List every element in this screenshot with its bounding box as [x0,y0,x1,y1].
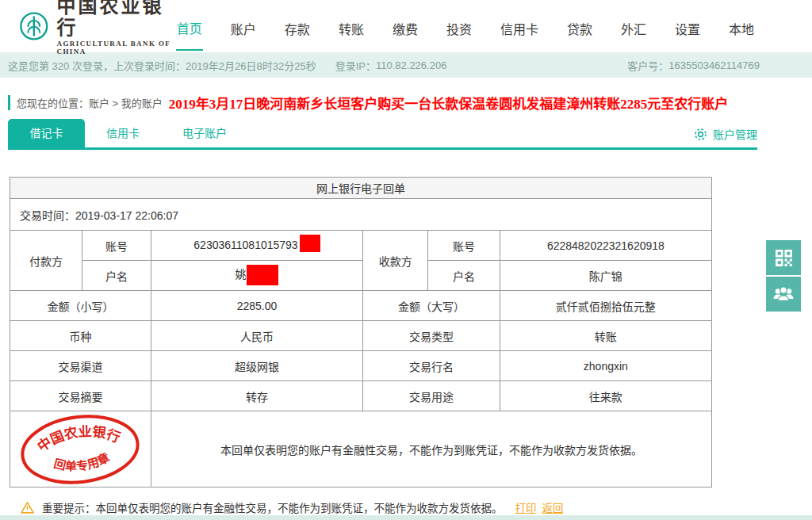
table-row: 交易摘要 转存 交易用途 往来款 [10,381,712,411]
login-ip-value: 110.82.226.206 [376,59,446,71]
payer-account-value: 62303611081015793 [193,239,297,251]
payee-account-value: 6228482022321620918 [500,231,711,261]
stamp-cell: 中国农业银行 回单专用章 [10,411,151,488]
nav-item-accounts[interactable]: 账户 [230,2,257,50]
payer-section-label: 付款方 [10,231,82,291]
nav-item-home[interactable]: 首页 [176,2,203,51]
customer-no-value: 1635503462114769 [668,59,760,71]
nav-item-investment[interactable]: 投资 [446,2,473,50]
qr-code-icon [774,248,794,268]
nav-item-forex[interactable]: 外汇 [620,2,647,50]
nav-item-transfer[interactable]: 转账 [338,2,365,50]
table-row: 交易渠道 超级网银 交易行名 zhongxin [10,351,712,381]
qr-code-button[interactable] [766,240,801,275]
svg-text:回单专用章: 回单专用章 [52,449,113,476]
account-manage-label: 账户管理 [713,126,757,142]
header: 中国农业银行 AGRICULTURAL BANK OF CHINA 首页 账户 … [0,0,812,52]
breadcrumb: 您现在的位置：账户 > 我的账户 [8,95,163,110]
amount-upper-label: 金额（大写） [363,291,500,321]
nav-item-local[interactable]: 本地 [728,2,755,50]
payee-section-label: 收款方 [363,231,428,291]
warning-triangle-icon [20,500,35,515]
customer-no-label: 客户号： [627,58,668,73]
amount-lower-value: 2285.00 [151,291,362,321]
transaction-time-cell: 交易时间：2019-03-17 22:06:07 [10,199,712,231]
page-bottom-bar [0,515,812,520]
nav-item-bill-payment[interactable]: 缴费 [392,2,419,50]
table-row: 中国农业银行 回单专用章 本回单仅表明您的账户有金融性交易，不能作为到账凭证，不… [10,411,712,488]
txn-bank-label: 交易行名 [363,351,500,381]
customer-service-icon [772,284,795,304]
receipt-table: 网上银行电子回单 交易时间：2019-03-17 22:06:07 付款方 账号… [10,177,712,488]
footer-warning-text: 重要提示：本回单仅表明您的账户有金融性交易，不能作为到账凭证，不能作为收款方发货… [42,499,503,515]
redaction-block [247,265,278,285]
payer-name-label: 户名 [82,261,151,291]
txn-channel-value: 超级网银 [151,351,362,381]
login-count-text: 这是您第 320 次登录，上次登录时间：2019年2月26日8时32分25秒 [8,58,316,73]
txn-purpose-label: 交易用途 [363,381,500,411]
payer-name-cell: 姚 [151,261,362,291]
txn-type-value: 转账 [500,321,711,351]
footer-links: 打印返回 [510,499,564,515]
side-floating-buttons [766,240,801,312]
footer-note: 重要提示：本回单仅表明您的账户有金融性交易，不能作为到账凭证，不能作为收款方发货… [20,499,812,515]
nav-item-loan[interactable]: 贷款 [566,2,593,50]
login-info-bar: 这是您第 320 次登录，上次登录时间：2019年2月26日8时32分25秒 登… [0,52,812,78]
bank-name-cn: 中国农业银行 [57,0,176,38]
txn-bank-value: zhongxin [500,351,711,381]
receipt-disclaimer: 本回单仅表明您的账户有金融性交易，不能作为到账凭证，不能作为收款方发货依据。 [151,411,711,488]
table-row: 币种 人民币 交易类型 转账 [10,321,712,351]
abc-wheat-emblem-icon [19,8,49,44]
bank-logo[interactable]: 中国农业银行 AGRICULTURAL BANK OF CHINA [19,0,176,56]
print-link[interactable]: 打印 [515,503,537,514]
tab-debit-card[interactable]: 借记卡 [8,119,85,147]
tab-credit-card[interactable]: 信用卡 [85,119,161,147]
login-ip-label: 登录IP： [335,58,376,73]
currency-value: 人民币 [151,321,362,351]
main-nav: 首页 账户 存款 转账 缴费 投资 信用卡 贷款 外汇 设置 本地 [176,0,755,52]
payer-name-value: 姚 [235,268,246,281]
txn-purpose-value: 往来款 [500,381,711,411]
back-link[interactable]: 返回 [542,503,564,514]
table-row: 户名 姚 户名 陈广锦 [10,261,712,291]
tab-e-account[interactable]: 电子账户 [161,119,248,147]
amount-lower-label: 金额（小写） [10,291,151,321]
red-annotation-text: 2019年3月17日晚河南新乡长垣客户购买一台长款保温卷圆机发福建漳州转账228… [169,93,729,113]
amount-upper-value: 贰仟贰佰捌拾伍元整 [500,291,711,321]
account-manage-link[interactable]: 账户管理 [693,126,757,147]
transaction-time-value: 2019-03-17 22:06:07 [75,209,178,222]
nav-item-deposit[interactable]: 存款 [284,2,311,50]
payer-account-cell: 62303611081015793 [151,231,362,261]
transaction-time-label: 交易时间： [20,209,75,222]
txn-summary-label: 交易摘要 [10,381,151,411]
customer-service-button[interactable] [766,277,801,312]
table-row: 金额（小写） 2285.00 金额（大写） 贰仟贰佰捌拾伍元整 [10,291,712,321]
payee-account-label: 账号 [428,231,500,261]
payee-name-value: 陈广锦 [500,261,711,291]
txn-channel-label: 交易渠道 [10,351,151,381]
payer-account-label: 账号 [82,231,151,261]
nav-item-credit-card[interactable]: 信用卡 [500,2,539,50]
txn-type-label: 交易类型 [363,321,500,351]
bank-name-en: AGRICULTURAL BANK OF CHINA [57,40,176,56]
stamp-bottom-text: 回单专用章 [52,449,113,476]
gear-icon [693,127,708,142]
bank-receipt-stamp: 中国农业银行 回单专用章 [14,406,147,492]
table-row: 付款方 账号 62303611081015793 收款方 账号 62284820… [10,231,712,261]
currency-label: 币种 [10,321,151,351]
account-tabs: 借记卡 信用卡 电子账户 账户管理 [8,119,757,150]
txn-summary-value: 转存 [151,381,362,411]
redaction-block [300,235,320,252]
breadcrumb-row: 您现在的位置：账户 > 我的账户 2019年3月17日晚河南新乡长垣客户购买一台… [8,88,812,117]
payee-name-label: 户名 [428,261,500,291]
nav-item-settings[interactable]: 设置 [674,2,701,50]
receipt-title: 网上银行电子回单 [10,178,712,199]
